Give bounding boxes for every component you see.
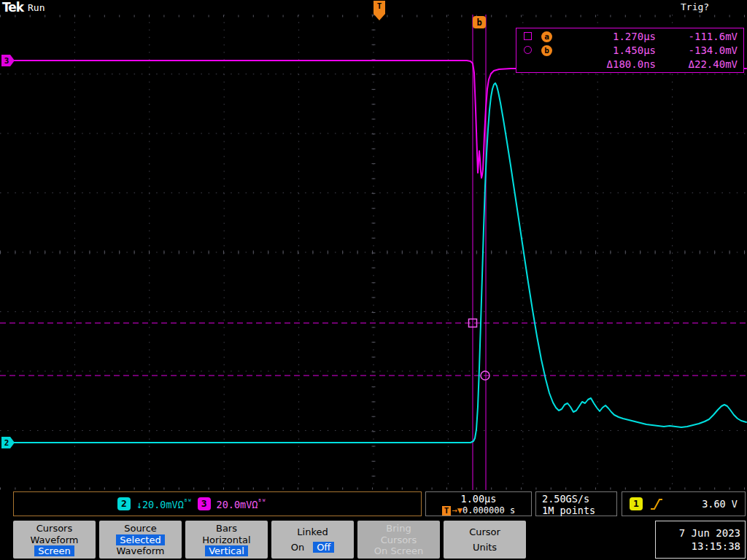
menu-label: Units (473, 542, 497, 553)
menu-label: Linked (297, 526, 328, 537)
ch2-marker-label: 2 (4, 438, 9, 448)
cursor-a-badge: a (541, 31, 552, 42)
cursor-b-flag-label: b (476, 18, 481, 28)
timebase-scale: 1.00µs (426, 493, 531, 505)
oscilloscope-screen: Tek Run Trig? T b 3 2 (0, 0, 747, 560)
cursor-b-flag[interactable]: b (473, 16, 486, 28)
menu-button-cursors-waveform-screen[interactable]: CursorsWaveformScreen (13, 521, 96, 559)
menu-button-linked-on-off[interactable]: LinkedOnOff (271, 521, 354, 559)
cursor-a-time: 1.270µs (560, 31, 656, 42)
graticule-grid (0, 15, 747, 490)
menu-label: Off (313, 542, 334, 553)
menu-label: Bring (386, 523, 411, 534)
ch2-marker[interactable]: 2 (1, 437, 15, 448)
waveform-display: T b 3 2 (0, 0, 747, 560)
trigger-status: Trig? (681, 1, 709, 12)
acquisition-status: Run (28, 2, 44, 13)
menu-label: Vertical (205, 545, 248, 556)
trigger-arrow-icon: →▼ (452, 505, 462, 516)
menu-label: Screen (34, 545, 74, 556)
menu-label: On (291, 542, 304, 553)
channel-readout-box: 2 ↓20.0mVΩᴮᵂ 3 20.0mVΩᴮᵂ (13, 491, 422, 516)
ch2-bandwidth-icon: ᴮᵂ (184, 498, 192, 505)
cursor-a-shape-icon (524, 32, 532, 40)
menu-label: Cursors (381, 534, 417, 545)
waveform-ch3 (13, 61, 746, 178)
menu-label: Cursor (469, 526, 500, 537)
top-bar: Tek Run Trig? (0, 0, 747, 15)
tek-logo: Tek (2, 0, 23, 15)
menu-label: Waveform (31, 534, 79, 545)
sample-rate: 2.50GS/s (542, 493, 616, 505)
menu-button-cursor-units[interactable]: CursorUnits (444, 521, 526, 559)
ch2-badge[interactable]: 2 (117, 497, 131, 510)
cursor-readout-box: a 1.270µs -111.6mV b 1.450µs -134.0mV Δ1… (516, 28, 744, 73)
menu-label: Source (124, 523, 157, 534)
cursor-b-time: 1.450µs (560, 44, 656, 56)
cursor-delta-value: Δ22.40mV (656, 58, 738, 70)
ch3-marker[interactable]: 3 (1, 55, 15, 66)
waveform-ch2 (13, 83, 746, 443)
trigger-t-badge: T (442, 506, 452, 516)
ch2-scale-readout: ↓20.0mVΩᴮᵂ (136, 498, 192, 510)
ch3-badge[interactable]: 3 (198, 497, 211, 510)
cursor-a-value: -111.6mV (656, 31, 738, 42)
cursor-b-shape-icon (524, 46, 532, 54)
record-length: 1M points (542, 505, 616, 516)
trigger-level: 3.60 V (702, 498, 738, 510)
datetime-box: 7 Jun 2023 13:15:38 (655, 521, 746, 559)
cursor-b-value: -134.0mV (656, 44, 738, 56)
cursor-b-marker[interactable] (481, 371, 489, 380)
ch3-scale-readout: 20.0mVΩᴮᵂ (217, 498, 266, 510)
cursor-a-marker[interactable] (469, 319, 477, 327)
menu-label: On Screen (374, 545, 423, 556)
menu-label: Bars (216, 523, 237, 534)
time-label: 13:15:38 (692, 540, 740, 552)
ch3-marker-label: 3 (4, 56, 9, 66)
bottom-menu: CursorsWaveformScreenSourceSelectedWavef… (13, 521, 526, 559)
menu-button-bars-horizontal-vertical[interactable]: BarsHorizontalVertical (185, 521, 268, 559)
date-label: 7 Jun 2023 (679, 527, 740, 539)
menu-label: Selected (116, 534, 164, 545)
trigger-source-badge[interactable]: 1 (630, 497, 643, 510)
timebase-box: 1.00µs T→▼0.000000 s (425, 491, 532, 516)
menu-button-source-selected-waveform[interactable]: SourceSelectedWaveform (99, 521, 182, 559)
cursor-b-badge: b (541, 45, 552, 56)
trigger-box: 1 3.60 V (622, 491, 746, 516)
ch3-bandwidth-icon: ᴮᵂ (258, 498, 266, 505)
cursor-delta-time: Δ180.0ns (560, 58, 656, 70)
menu-label: Waveform (117, 545, 165, 556)
rising-edge-icon (650, 497, 663, 511)
acquisition-box: 2.50GS/s 1M points (535, 491, 617, 516)
menu-label: Horizontal (202, 534, 250, 545)
menu-label: Cursors (36, 523, 73, 534)
trigger-position-readout: 0.000000 s (462, 505, 515, 516)
menu-button-bring-cursors-on-screen: BringCursorsOn Screen (357, 521, 440, 559)
